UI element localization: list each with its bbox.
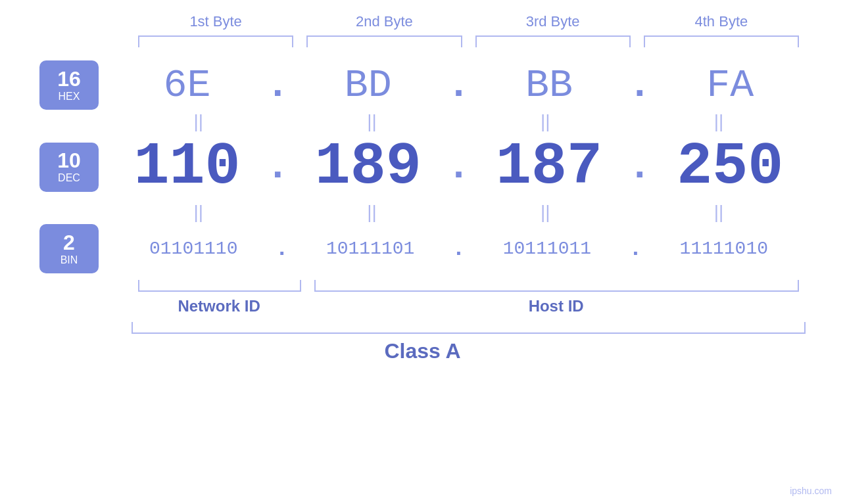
top-bracket-3	[475, 35, 631, 47]
dec-base-number: 10	[57, 150, 81, 171]
equals-row-2: || || || ||	[39, 203, 806, 221]
main-container: 1st Byte 2nd Byte 3rd Byte 4th Byte 16 H…	[0, 0, 845, 504]
dec-value-2: 189	[293, 133, 443, 200]
hex-dot-2: .	[447, 66, 470, 105]
equals-4: ||	[632, 112, 806, 131]
dec-values: 110 . 189 . 187 . 250	[112, 133, 806, 200]
byte-headers-row: 1st Byte 2nd Byte 3rd Byte 4th Byte	[39, 13, 806, 35]
bin-dot-2: .	[452, 238, 465, 260]
bin-dot-3: .	[629, 238, 642, 260]
equals-6: ||	[285, 203, 459, 221]
dec-base-label: DEC	[58, 172, 80, 184]
top-brackets-row	[39, 35, 806, 47]
equals-7: ||	[459, 203, 633, 221]
bin-badge: 2 BIN	[39, 224, 99, 273]
hex-badge: 16 HEX	[39, 60, 99, 110]
hex-value-3: BB	[474, 63, 625, 108]
dec-dot-1: .	[266, 147, 289, 187]
class-row: Class A	[39, 322, 806, 363]
hex-value-2: BD	[293, 63, 443, 108]
bin-dot-1: .	[275, 238, 288, 260]
watermark: ipshu.com	[790, 486, 832, 496]
top-bracket-2	[306, 35, 462, 47]
equals-2: ||	[285, 112, 459, 131]
equals-3: ||	[459, 112, 633, 131]
byte-header-4: 4th Byte	[637, 13, 806, 35]
equals-5: ||	[112, 203, 285, 221]
top-bracket-4	[644, 35, 799, 47]
hex-value-1: 6E	[112, 63, 262, 108]
bin-value-3: 10111011	[466, 239, 629, 259]
byte-header-1: 1st Byte	[132, 13, 300, 35]
byte-header-2: 2nd Byte	[300, 13, 468, 35]
hex-base-number: 16	[57, 68, 81, 89]
hex-values: 6E . BD . BB . FA	[112, 63, 806, 108]
dec-dot-2: .	[447, 147, 470, 187]
dec-value-1: 110	[112, 133, 262, 200]
hex-row: 16 HEX 6E . BD . BB . FA	[39, 60, 806, 110]
dec-dot-3: .	[628, 147, 652, 187]
equals-row-1: || || || ||	[39, 112, 806, 131]
host-id-label: Host ID	[313, 297, 799, 315]
bin-values: 01101110 . 10111101 . 10111011 . 1111101…	[112, 238, 806, 260]
hex-value-4: FA	[655, 63, 806, 108]
top-bracket-1	[138, 35, 293, 47]
network-bracket	[138, 280, 301, 292]
bottom-brackets-row	[39, 280, 806, 292]
class-label: Class A	[384, 339, 460, 363]
bin-value-4: 11111010	[642, 239, 806, 259]
hex-base-label: HEX	[59, 91, 80, 103]
dec-value-3: 187	[474, 133, 625, 200]
hex-dot-3: .	[628, 66, 652, 105]
dec-badge: 10 DEC	[39, 143, 99, 192]
equals-8: ||	[632, 203, 806, 221]
class-bracket	[132, 322, 806, 334]
byte-header-3: 3rd Byte	[469, 13, 637, 35]
network-id-label: Network ID	[138, 297, 300, 315]
host-bracket	[314, 280, 799, 292]
bin-value-2: 10111101	[289, 239, 452, 259]
hex-dot-1: .	[266, 66, 289, 105]
id-labels-row: Network ID Host ID	[39, 297, 806, 315]
bin-base-number: 2	[63, 232, 75, 253]
dec-row: 10 DEC 110 . 189 . 187 . 250	[39, 133, 806, 200]
equals-1: ||	[112, 112, 285, 131]
bin-base-label: BIN	[60, 254, 78, 266]
dec-value-4: 250	[655, 133, 806, 200]
bin-value-1: 01101110	[112, 239, 275, 259]
bin-row: 2 BIN 01101110 . 10111101 . 10111011 . 1…	[39, 224, 806, 273]
